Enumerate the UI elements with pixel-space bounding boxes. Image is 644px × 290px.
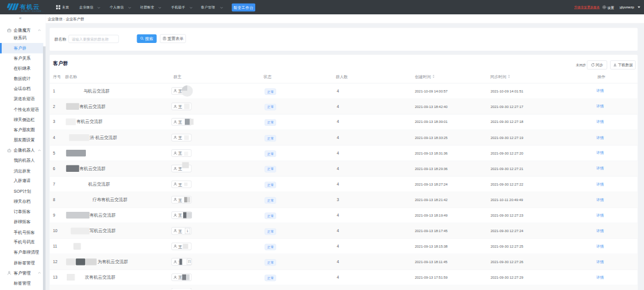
svg-text:- ROBOT CLOUD -: - ROBOT CLOUD - xyxy=(19,10,44,13)
svg-text:有机云: 有机云 xyxy=(19,4,40,10)
